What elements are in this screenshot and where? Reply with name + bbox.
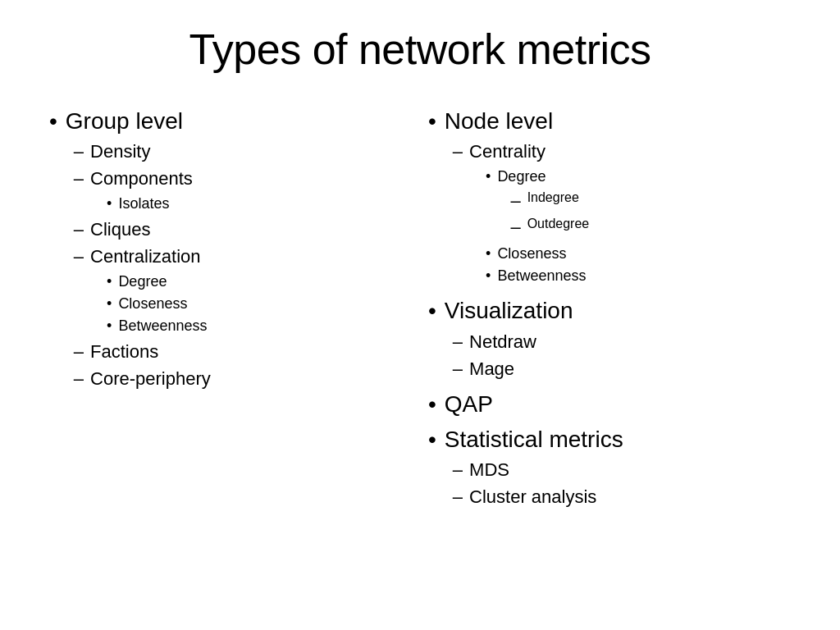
list-item: – Mage xyxy=(453,357,791,382)
centrality-label: Centrality xyxy=(469,141,546,162)
left-column: • Group level – Density – xyxy=(49,98,412,605)
statistical-metrics-label: Statistical metrics xyxy=(445,427,623,452)
degree-sublist: – Indegree – Outdegree xyxy=(510,189,791,240)
list-item: • Statistical metrics – MDS – Cluster an… xyxy=(428,425,791,514)
statistical-sublist: – MDS – Cluster analysis xyxy=(453,458,791,510)
list-item: • Node level – Centrality xyxy=(428,107,791,291)
centralization-label: Centralization xyxy=(90,246,201,267)
node-level-label: Node level xyxy=(445,108,553,134)
content-area: • Group level – Density – xyxy=(49,98,791,605)
dash-icon: – xyxy=(510,215,520,240)
list-item: • Betweenness xyxy=(107,316,412,336)
netdraw-label: Netdraw xyxy=(469,330,536,355)
outdegree-label: Outdegree xyxy=(527,215,590,233)
list-item: – Cluster analysis xyxy=(453,485,791,510)
dash-icon: – xyxy=(453,458,463,483)
list-item: – Netdraw xyxy=(453,330,791,355)
dash-icon: – xyxy=(74,167,84,192)
group-level-sublist: – Density – Components • xyxy=(74,139,412,392)
density-label: Density xyxy=(90,139,150,165)
degree-label: Degree xyxy=(118,272,412,292)
betweenness-label: Betweenness xyxy=(118,316,412,336)
dash-icon: – xyxy=(74,367,84,392)
list-item: – Factions xyxy=(74,340,412,365)
bullet-icon: • xyxy=(428,107,436,136)
dash-icon: – xyxy=(74,139,84,165)
list-item: – Centralization • Degree xyxy=(74,244,412,338)
dash-icon: – xyxy=(453,330,463,355)
small-bullet-icon: • xyxy=(107,316,112,336)
bullet-icon: • xyxy=(49,107,57,136)
dash-icon: – xyxy=(453,139,463,165)
list-item: • Closeness xyxy=(107,294,412,314)
betweenness-node-label: Betweenness xyxy=(497,266,791,286)
bullet-icon: • xyxy=(428,296,436,326)
list-item: • Betweenness xyxy=(486,266,791,286)
list-item: • QAP xyxy=(428,390,791,419)
node-level-sublist: – Centrality • Degree xyxy=(453,139,791,288)
qap-label: QAP xyxy=(445,391,493,417)
small-bullet-icon: • xyxy=(107,272,112,292)
closeness-node-label: Closeness xyxy=(497,244,791,264)
list-item: – Outdegree xyxy=(510,215,791,240)
list-item: – MDS xyxy=(453,458,791,483)
right-main-list: • Node level – Centrality xyxy=(428,107,791,514)
slide: Types of network metrics • Group level –… xyxy=(0,0,840,630)
bullet-icon: • xyxy=(428,390,436,419)
list-item: • Group level – Density – xyxy=(49,107,412,395)
isolates-label: Isolates xyxy=(118,194,412,214)
slide-title: Types of network metrics xyxy=(49,25,791,74)
mds-label: MDS xyxy=(469,458,509,483)
small-bullet-icon: • xyxy=(107,194,112,214)
dash-icon: – xyxy=(74,244,84,270)
right-column: • Node level – Centrality xyxy=(428,98,791,605)
core-periphery-label: Core-periphery xyxy=(90,367,211,392)
degree-node-label: Degree xyxy=(497,168,546,185)
closeness-label: Closeness xyxy=(118,294,412,314)
centralization-sublist: • Degree • Closeness • xyxy=(107,272,412,337)
components-sublist: • Isolates xyxy=(107,194,412,214)
list-item: – Cliques xyxy=(74,217,412,243)
cluster-analysis-label: Cluster analysis xyxy=(469,485,596,510)
list-item: • Visualization – Netdraw – Mage xyxy=(428,296,791,385)
dash-icon: – xyxy=(510,189,520,214)
left-main-list: • Group level – Density – xyxy=(49,107,412,395)
visualization-sublist: – Netdraw – Mage xyxy=(453,330,791,382)
bullet-icon: • xyxy=(428,425,436,454)
small-bullet-icon: • xyxy=(486,167,491,187)
cliques-label: Cliques xyxy=(90,217,150,243)
list-item: • Degree – Indegree xyxy=(486,167,791,242)
small-bullet-icon: • xyxy=(486,266,491,286)
list-item: • Closeness xyxy=(486,244,791,264)
components-label: Components xyxy=(90,168,193,189)
list-item: – Components • Isolates xyxy=(74,167,412,216)
group-level-label: Group level xyxy=(66,108,183,134)
list-item: – Indegree xyxy=(510,189,791,214)
factions-label: Factions xyxy=(90,340,158,365)
list-item: – Core-periphery xyxy=(74,367,412,392)
dash-icon: – xyxy=(74,217,84,243)
list-item: – Density xyxy=(74,139,412,165)
dash-icon: – xyxy=(453,357,463,382)
small-bullet-icon: • xyxy=(486,244,491,264)
list-item: • Isolates xyxy=(107,194,412,214)
list-item: – Centrality • Degree xyxy=(453,139,791,288)
dash-icon: – xyxy=(74,340,84,365)
mage-label: Mage xyxy=(469,357,514,382)
small-bullet-icon: • xyxy=(107,294,112,314)
dash-icon: – xyxy=(453,485,463,510)
list-item: • Degree xyxy=(107,272,412,292)
visualization-label: Visualization xyxy=(445,298,573,323)
centrality-sublist: • Degree – Indegree xyxy=(486,167,791,286)
indegree-label: Indegree xyxy=(527,189,579,207)
